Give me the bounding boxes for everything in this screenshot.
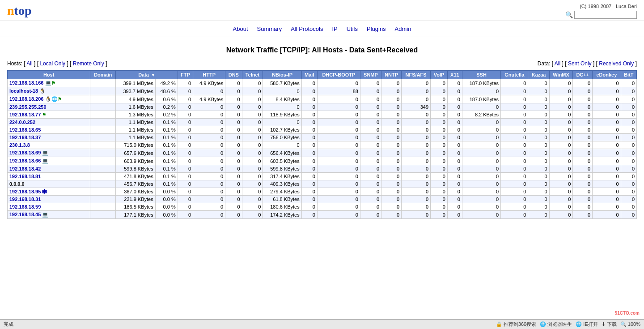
data-filter-received[interactable]: Received Only xyxy=(599,60,635,67)
host-link[interactable]: 192.168.18.45 xyxy=(9,212,41,217)
host-link[interactable]: localhost-18 xyxy=(9,88,38,94)
host-link[interactable]: 192.168.18.31 xyxy=(9,197,41,202)
ftp-cell: 0 xyxy=(178,180,193,188)
winmx-cell: 0 xyxy=(549,188,573,196)
winmx-cell: 0 xyxy=(549,211,573,219)
nav-ip[interactable]: IP xyxy=(332,26,337,32)
host-link[interactable]: 192.168.18.37 xyxy=(9,135,41,140)
host-link[interactable]: 192.168.18.77 xyxy=(9,112,41,117)
nav-plugins[interactable]: Plugins xyxy=(367,26,386,32)
host-cell[interactable]: 192.168.18.206 🐧🌐⚑ xyxy=(8,95,90,103)
nav-admin[interactable]: Admin xyxy=(395,26,411,32)
host-link[interactable]: 192.168.18.66 xyxy=(9,158,41,163)
data-filter-all[interactable]: All xyxy=(555,60,562,67)
host-link[interactable]: 239.255.255.250 xyxy=(9,104,47,110)
filter-local-only[interactable]: Local Only xyxy=(40,60,67,67)
telnet-cell: 0 xyxy=(242,180,263,188)
x11-cell: 0 xyxy=(447,173,462,180)
ssh-cell: 0 xyxy=(462,173,500,180)
nfsafs-cell: 0 xyxy=(402,203,431,211)
nav-summary[interactable]: Summary xyxy=(257,26,282,32)
domain-cell xyxy=(90,196,116,203)
table-row: 192.168.18.66 💻 603.9 KBytes 0.1 % 0 0 0… xyxy=(8,157,637,165)
snmp-cell: 0 xyxy=(360,119,381,126)
data-pct-cell: 0.1 % xyxy=(155,149,178,157)
voip-cell: 0 xyxy=(431,165,448,173)
dhcp-cell: 0 xyxy=(317,95,360,103)
linux-icon: 🐧 xyxy=(45,96,51,102)
col-host[interactable]: Host xyxy=(8,71,90,79)
nbios-cell: 0 xyxy=(263,87,301,95)
host-link[interactable]: 192.168.18.166 xyxy=(9,80,43,85)
host-link[interactable]: 192.168.18.81 xyxy=(9,174,41,179)
dcpp-cell: 0 xyxy=(573,87,593,95)
domain-cell xyxy=(90,173,116,180)
table-row: 239.255.255.250 1.6 MBytes 0.2 % 0 0 0 0… xyxy=(8,103,637,111)
kazaa-cell: 0 xyxy=(528,211,549,219)
snmp-cell: 0 xyxy=(360,95,381,103)
voip-cell: 0 xyxy=(431,126,448,134)
kazaa-cell: 0 xyxy=(528,180,549,188)
host-link[interactable]: 192.168.18.69 xyxy=(9,150,41,155)
host-cell[interactable]: 192.168.18.31 xyxy=(8,196,90,203)
host-link[interactable]: 192.168.18.65 xyxy=(9,127,41,132)
host-cell[interactable]: 0.0.0.0 xyxy=(8,180,90,188)
host-cell[interactable]: 192.168.18.45 💻 xyxy=(8,211,90,219)
nav-all-protocols[interactable]: All Protocols xyxy=(291,26,323,32)
nav-utils[interactable]: Utils xyxy=(347,26,358,32)
voip-cell: 0 xyxy=(431,87,448,95)
host-cell[interactable]: 192.168.18.95 🕷 xyxy=(8,188,90,196)
ssh-cell: 0 xyxy=(462,165,500,173)
col-telnet: Telnet xyxy=(242,71,263,79)
winmx-cell: 0 xyxy=(549,141,573,149)
search-input[interactable] xyxy=(574,11,637,19)
dns-cell: 0 xyxy=(225,103,242,111)
host-cell[interactable]: 192.168.18.59 xyxy=(8,203,90,211)
host-cell[interactable]: 239.255.255.250 xyxy=(8,103,90,111)
kazaa-cell: 0 xyxy=(528,165,549,173)
snmp-cell: 0 xyxy=(360,134,381,141)
host-link[interactable]: 224.0.0.252 xyxy=(9,120,35,125)
nfsafs-cell: 0 xyxy=(402,111,431,119)
edonkey-cell: 0 xyxy=(593,173,621,180)
spider-icon: 🕷 xyxy=(42,189,47,194)
domain-cell xyxy=(90,203,116,211)
host-link[interactable]: 230.1.3.8 xyxy=(9,142,30,148)
nav-about[interactable]: About xyxy=(233,26,248,32)
host-cell[interactable]: 192.168.18.77 ⚑ xyxy=(8,111,90,119)
dns-cell: 0 xyxy=(225,165,242,173)
host-link[interactable]: 192.168.18.95 xyxy=(9,189,41,194)
http-cell: 0 xyxy=(193,173,225,180)
telnet-cell: 0 xyxy=(242,157,263,165)
col-voip: VoIP xyxy=(431,71,448,79)
host-link[interactable]: 192.168.18.42 xyxy=(9,166,41,171)
flag-icon: ⚑ xyxy=(58,97,62,102)
voip-cell: 0 xyxy=(431,119,448,126)
host-cell[interactable]: 192.168.18.166 💻⚑ xyxy=(8,79,90,87)
filter-remote-only[interactable]: Remote Only xyxy=(73,60,106,67)
host-link[interactable]: 192.168.18.206 xyxy=(9,96,43,102)
host-cell[interactable]: 192.168.18.81 xyxy=(8,173,90,180)
host-cell[interactable]: 224.0.0.252 xyxy=(8,119,90,126)
host-cell[interactable]: localhost-18 🐧 xyxy=(8,87,90,95)
host-cell[interactable]: 192.168.18.37 xyxy=(8,134,90,141)
data-pct-cell: 0.0 % xyxy=(155,211,178,219)
host-cell[interactable]: 230.1.3.8 xyxy=(8,141,90,149)
bitt-cell: 0 xyxy=(621,111,636,119)
host-link[interactable]: 192.168.18.59 xyxy=(9,204,41,209)
snmp-cell: 0 xyxy=(360,111,381,119)
nntp-cell: 0 xyxy=(381,119,402,126)
host-cell[interactable]: 192.168.18.69 💻 xyxy=(8,149,90,157)
filter-all[interactable]: All xyxy=(26,60,34,67)
data-filter-sent[interactable]: Sent Only xyxy=(568,60,593,67)
edonkey-cell: 0 xyxy=(593,188,621,196)
host-cell[interactable]: 192.168.18.42 xyxy=(8,165,90,173)
nntp-cell: 0 xyxy=(381,126,402,134)
col-data[interactable]: Data ▼ xyxy=(116,71,178,79)
nntp-cell: 0 xyxy=(381,165,402,173)
data-bytes-cell: 657.6 KBytes xyxy=(116,149,155,157)
host-cell[interactable]: 192.168.18.66 💻 xyxy=(8,157,90,165)
data-bytes-cell: 1.1 MBytes xyxy=(116,126,155,134)
host-cell[interactable]: 192.168.18.65 xyxy=(8,126,90,134)
host-link[interactable]: 0.0.0.0 xyxy=(9,181,25,187)
